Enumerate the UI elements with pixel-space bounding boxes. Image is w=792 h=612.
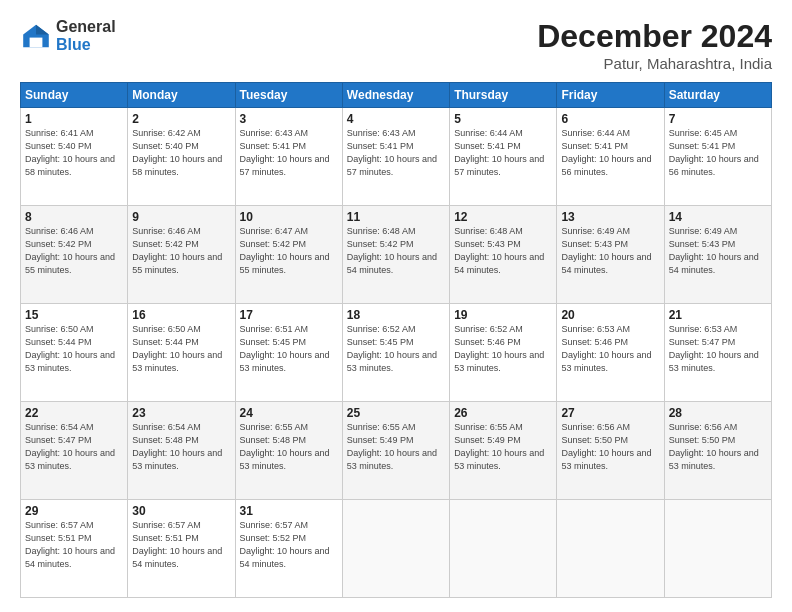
day-info: Sunrise: 6:46 AMSunset: 5:42 PMDaylight:… [25,226,115,275]
day-number: 2 [132,112,230,126]
day-number: 29 [25,504,123,518]
day-info: Sunrise: 6:54 AMSunset: 5:47 PMDaylight:… [25,422,115,471]
day-number: 24 [240,406,338,420]
day-info: Sunrise: 6:49 AMSunset: 5:43 PMDaylight:… [561,226,651,275]
day-info: Sunrise: 6:50 AMSunset: 5:44 PMDaylight:… [25,324,115,373]
week-row-1: 1 Sunrise: 6:41 AMSunset: 5:40 PMDayligh… [21,108,772,206]
day-number: 31 [240,504,338,518]
day-info: Sunrise: 6:55 AMSunset: 5:48 PMDaylight:… [240,422,330,471]
col-tuesday: Tuesday [235,83,342,108]
week-row-2: 8 Sunrise: 6:46 AMSunset: 5:42 PMDayligh… [21,206,772,304]
table-cell: 2 Sunrise: 6:42 AMSunset: 5:40 PMDayligh… [128,108,235,206]
table-cell: 13 Sunrise: 6:49 AMSunset: 5:43 PMDaylig… [557,206,664,304]
table-cell: 30 Sunrise: 6:57 AMSunset: 5:51 PMDaylig… [128,500,235,598]
day-number: 11 [347,210,445,224]
table-cell: 27 Sunrise: 6:56 AMSunset: 5:50 PMDaylig… [557,402,664,500]
calendar-table: Sunday Monday Tuesday Wednesday Thursday… [20,82,772,598]
day-info: Sunrise: 6:44 AMSunset: 5:41 PMDaylight:… [454,128,544,177]
day-number: 17 [240,308,338,322]
table-cell: 26 Sunrise: 6:55 AMSunset: 5:49 PMDaylig… [450,402,557,500]
table-cell: 20 Sunrise: 6:53 AMSunset: 5:46 PMDaylig… [557,304,664,402]
day-number: 4 [347,112,445,126]
week-row-5: 29 Sunrise: 6:57 AMSunset: 5:51 PMDaylig… [21,500,772,598]
table-cell [664,500,771,598]
day-number: 18 [347,308,445,322]
day-number: 12 [454,210,552,224]
table-cell: 9 Sunrise: 6:46 AMSunset: 5:42 PMDayligh… [128,206,235,304]
table-cell: 4 Sunrise: 6:43 AMSunset: 5:41 PMDayligh… [342,108,449,206]
day-number: 21 [669,308,767,322]
day-info: Sunrise: 6:47 AMSunset: 5:42 PMDaylight:… [240,226,330,275]
table-cell: 24 Sunrise: 6:55 AMSunset: 5:48 PMDaylig… [235,402,342,500]
day-info: Sunrise: 6:43 AMSunset: 5:41 PMDaylight:… [347,128,437,177]
day-info: Sunrise: 6:43 AMSunset: 5:41 PMDaylight:… [240,128,330,177]
header: General Blue December 2024 Patur, Mahara… [20,18,772,72]
logo-general: General [56,18,116,36]
day-number: 14 [669,210,767,224]
day-info: Sunrise: 6:41 AMSunset: 5:40 PMDaylight:… [25,128,115,177]
day-number: 8 [25,210,123,224]
table-cell: 14 Sunrise: 6:49 AMSunset: 5:43 PMDaylig… [664,206,771,304]
day-number: 9 [132,210,230,224]
col-friday: Friday [557,83,664,108]
table-cell: 25 Sunrise: 6:55 AMSunset: 5:49 PMDaylig… [342,402,449,500]
table-cell: 6 Sunrise: 6:44 AMSunset: 5:41 PMDayligh… [557,108,664,206]
col-saturday: Saturday [664,83,771,108]
svg-rect-2 [30,37,43,47]
day-info: Sunrise: 6:57 AMSunset: 5:51 PMDaylight:… [25,520,115,569]
day-info: Sunrise: 6:57 AMSunset: 5:51 PMDaylight:… [132,520,222,569]
day-number: 20 [561,308,659,322]
day-info: Sunrise: 6:50 AMSunset: 5:44 PMDaylight:… [132,324,222,373]
day-info: Sunrise: 6:53 AMSunset: 5:47 PMDaylight:… [669,324,759,373]
table-cell: 28 Sunrise: 6:56 AMSunset: 5:50 PMDaylig… [664,402,771,500]
day-number: 28 [669,406,767,420]
table-cell: 1 Sunrise: 6:41 AMSunset: 5:40 PMDayligh… [21,108,128,206]
logo-text: General Blue [56,18,116,53]
day-number: 15 [25,308,123,322]
calendar-header-row: Sunday Monday Tuesday Wednesday Thursday… [21,83,772,108]
day-info: Sunrise: 6:45 AMSunset: 5:41 PMDaylight:… [669,128,759,177]
day-info: Sunrise: 6:57 AMSunset: 5:52 PMDaylight:… [240,520,330,569]
table-cell: 16 Sunrise: 6:50 AMSunset: 5:44 PMDaylig… [128,304,235,402]
table-cell: 10 Sunrise: 6:47 AMSunset: 5:42 PMDaylig… [235,206,342,304]
day-info: Sunrise: 6:55 AMSunset: 5:49 PMDaylight:… [454,422,544,471]
table-cell: 19 Sunrise: 6:52 AMSunset: 5:46 PMDaylig… [450,304,557,402]
logo-icon [20,20,52,52]
col-thursday: Thursday [450,83,557,108]
table-cell: 21 Sunrise: 6:53 AMSunset: 5:47 PMDaylig… [664,304,771,402]
svg-marker-1 [36,24,49,34]
table-cell [342,500,449,598]
table-cell: 8 Sunrise: 6:46 AMSunset: 5:42 PMDayligh… [21,206,128,304]
day-info: Sunrise: 6:53 AMSunset: 5:46 PMDaylight:… [561,324,651,373]
table-cell: 29 Sunrise: 6:57 AMSunset: 5:51 PMDaylig… [21,500,128,598]
day-info: Sunrise: 6:51 AMSunset: 5:45 PMDaylight:… [240,324,330,373]
day-info: Sunrise: 6:46 AMSunset: 5:42 PMDaylight:… [132,226,222,275]
day-number: 30 [132,504,230,518]
day-info: Sunrise: 6:52 AMSunset: 5:45 PMDaylight:… [347,324,437,373]
logo: General Blue [20,18,116,53]
day-info: Sunrise: 6:42 AMSunset: 5:40 PMDaylight:… [132,128,222,177]
table-cell [450,500,557,598]
day-info: Sunrise: 6:56 AMSunset: 5:50 PMDaylight:… [669,422,759,471]
table-cell: 31 Sunrise: 6:57 AMSunset: 5:52 PMDaylig… [235,500,342,598]
day-number: 25 [347,406,445,420]
table-cell: 11 Sunrise: 6:48 AMSunset: 5:42 PMDaylig… [342,206,449,304]
day-number: 23 [132,406,230,420]
month-title: December 2024 [537,18,772,55]
day-number: 5 [454,112,552,126]
table-cell: 7 Sunrise: 6:45 AMSunset: 5:41 PMDayligh… [664,108,771,206]
day-number: 6 [561,112,659,126]
day-number: 16 [132,308,230,322]
day-number: 1 [25,112,123,126]
table-cell: 23 Sunrise: 6:54 AMSunset: 5:48 PMDaylig… [128,402,235,500]
col-wednesday: Wednesday [342,83,449,108]
day-number: 19 [454,308,552,322]
day-info: Sunrise: 6:54 AMSunset: 5:48 PMDaylight:… [132,422,222,471]
table-cell: 18 Sunrise: 6:52 AMSunset: 5:45 PMDaylig… [342,304,449,402]
table-cell: 22 Sunrise: 6:54 AMSunset: 5:47 PMDaylig… [21,402,128,500]
day-number: 13 [561,210,659,224]
page: General Blue December 2024 Patur, Mahara… [0,0,792,612]
table-cell: 3 Sunrise: 6:43 AMSunset: 5:41 PMDayligh… [235,108,342,206]
day-number: 3 [240,112,338,126]
day-number: 7 [669,112,767,126]
